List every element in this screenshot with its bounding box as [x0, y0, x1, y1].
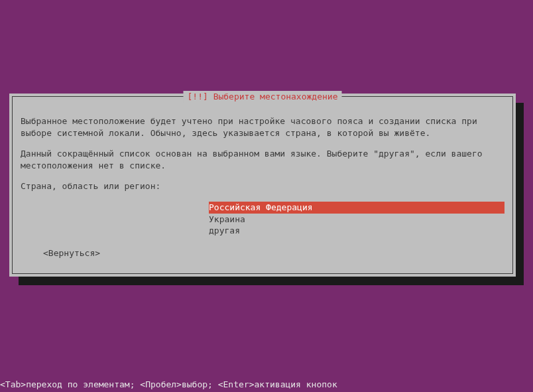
location-options-list: Российская Федерация Украина другая	[209, 202, 504, 237]
location-dialog: [!!] Выберите местонахождение Выбранное …	[9, 94, 516, 277]
location-prompt: Страна, область или регион:	[21, 180, 504, 192]
back-button[interactable]: <Вернуться>	[43, 247, 100, 259]
dialog-title: [!!] Выберите местонахождение	[184, 91, 342, 103]
dialog-frame: [!!] Выберите местонахождение Выбранное …	[12, 96, 513, 274]
option-russian-federation[interactable]: Российская Федерация	[209, 202, 504, 214]
description-paragraph-2: Данный сокращённый список основан на выб…	[21, 148, 504, 171]
dialog-body: Выбранное местоположение будет учтено пр…	[21, 103, 504, 259]
keyboard-hint-footer: <Tab>переход по элементам; <Пробел>выбор…	[0, 377, 337, 392]
description-paragraph-1: Выбранное местоположение будет учтено пр…	[21, 115, 504, 139]
option-ukraine[interactable]: Украина	[209, 214, 504, 226]
option-other[interactable]: другая	[209, 225, 504, 237]
